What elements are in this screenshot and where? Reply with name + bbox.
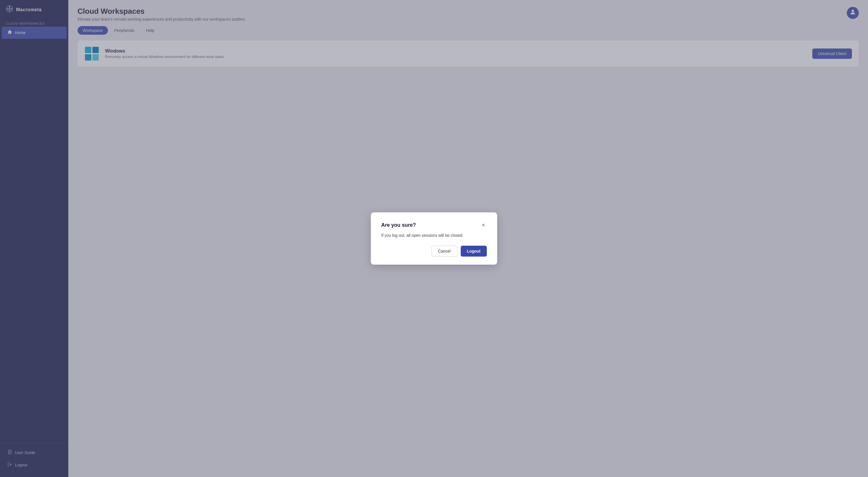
modal-header: Are you sure? × <box>381 222 487 228</box>
logout-modal: Are you sure? × If you log out, all open… <box>371 212 497 265</box>
modal-close-button[interactable]: × <box>480 222 487 228</box>
modal-actions: Cancel Logout <box>381 246 487 257</box>
modal-title: Are you sure? <box>381 222 416 228</box>
cancel-button[interactable]: Cancel <box>431 246 457 257</box>
logout-button[interactable]: Logout <box>461 246 487 257</box>
modal-overlay[interactable]: Are you sure? × If you log out, all open… <box>0 0 868 477</box>
modal-body: If you log out, all open sessions will b… <box>381 233 487 237</box>
